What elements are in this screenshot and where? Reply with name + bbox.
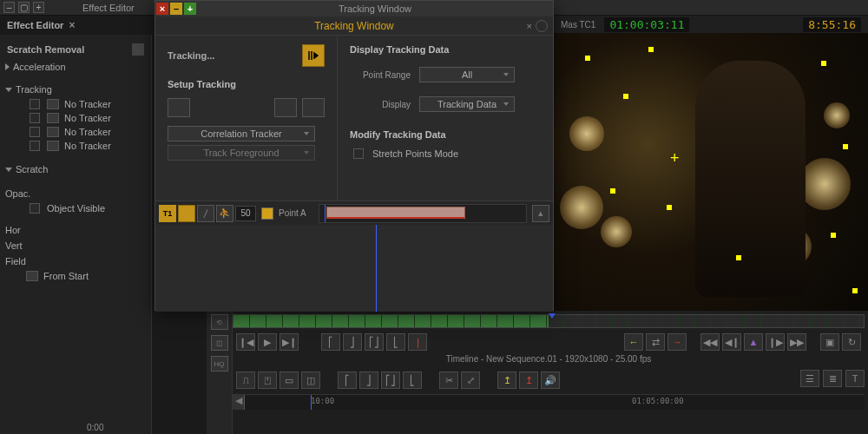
win-minimize-icon[interactable]: –: [3, 2, 15, 13]
mark-in-button[interactable]: ⎡: [338, 372, 357, 389]
tracker-row[interactable]: No Tracker: [0, 97, 151, 111]
effect-editor-tab[interactable]: Effect Editor ×: [7, 19, 75, 31]
tracking-point-icon[interactable]: [843, 144, 848, 149]
tracker-timeline[interactable]: [319, 204, 527, 223]
param-from-start[interactable]: From Start: [0, 269, 151, 283]
playhead-icon[interactable]: [325, 205, 326, 222]
tracking-point-icon[interactable]: [852, 288, 858, 293]
splice-button[interactable]: ◫: [301, 372, 320, 389]
checkbox[interactable]: [353, 148, 364, 159]
param-opac[interactable]: Opac.: [0, 186, 151, 201]
clear-button[interactable]: ⎣: [403, 372, 422, 389]
audio-button[interactable]: 🔊: [541, 372, 560, 389]
tracker-color-swatch[interactable]: [261, 207, 273, 220]
tracking-point-icon[interactable]: [831, 233, 836, 238]
extract-button[interactable]: ⎍: [236, 372, 255, 389]
source-monitor[interactable]: +: [554, 33, 868, 311]
new-tracker-button[interactable]: [168, 98, 190, 117]
param-object-visible[interactable]: Object Visible: [0, 201, 151, 215]
start-tracking-button[interactable]: [302, 44, 325, 67]
tool-button[interactable]: ◫: [211, 335, 228, 351]
tracking-point-icon[interactable]: [585, 56, 590, 61]
toggle-button[interactable]: ⇄: [646, 333, 665, 351]
tracking-point-icon[interactable]: [667, 205, 672, 210]
tracker-enable-button[interactable]: T1: [159, 205, 176, 222]
group-tracking[interactable]: Tracking: [0, 82, 151, 97]
win-restore-icon[interactable]: ▢: [18, 2, 30, 13]
window-minimize-icon[interactable]: –: [170, 3, 182, 15]
playhead-marker-icon[interactable]: [549, 313, 556, 319]
go-next-button[interactable]: →: [667, 333, 687, 351]
frame-fwd-button[interactable]: ❙▶: [766, 333, 785, 351]
checkbox[interactable]: [30, 127, 40, 137]
settings-gear-icon[interactable]: [536, 20, 548, 32]
duration-timecode[interactable]: 8:55:16: [803, 17, 861, 32]
clear-in-button[interactable]: ⎣: [386, 333, 405, 351]
playhead-icon[interactable]: [376, 225, 377, 312]
tracking-data-clip[interactable]: [326, 207, 465, 219]
insert-button[interactable]: ↥: [497, 372, 516, 389]
mark-clip-button[interactable]: ⎡⎦: [365, 333, 384, 351]
tracker-tool-b-button[interactable]: [302, 98, 325, 117]
close-icon[interactable]: ×: [527, 21, 532, 31]
step-fwd-button[interactable]: ▶❙: [279, 333, 299, 351]
track-target-dropdown[interactable]: Track Foreground: [168, 145, 315, 161]
trim-button[interactable]: ⤢: [461, 372, 480, 389]
tracking-point-icon[interactable]: [821, 61, 826, 66]
checkbox[interactable]: [30, 99, 40, 109]
win-close-icon[interactable]: +: [33, 2, 44, 13]
tracker-ref-button[interactable]: [178, 205, 195, 222]
graph-icon[interactable]: 〳: [197, 205, 214, 222]
mark-clip-button[interactable]: ⎡⎦: [381, 372, 400, 389]
clear-marks-button[interactable]: ❘: [408, 333, 427, 351]
group-scratch[interactable]: Scratch: [0, 161, 151, 177]
point-range-dropdown[interactable]: All: [419, 67, 515, 82]
ruler-scroll-left-icon[interactable]: ◀: [233, 395, 245, 410]
frame-back-button[interactable]: ◀❙: [722, 333, 741, 351]
go-prev-button[interactable]: ←: [624, 333, 643, 351]
scroll-up-icon[interactable]: ▴: [532, 205, 549, 222]
play-button[interactable]: ▶: [258, 333, 277, 351]
overwrite-button[interactable]: ▭: [279, 372, 299, 389]
mark-out-button[interactable]: ⎦: [359, 372, 378, 389]
tracking-crosshair-icon[interactable]: +: [670, 149, 680, 168]
render-button[interactable]: ▣: [820, 333, 839, 351]
tracker-row[interactable]: No Tracker: [0, 139, 151, 153]
hq-button[interactable]: HQ: [211, 356, 228, 372]
text-tool-icon[interactable]: T: [845, 370, 865, 387]
tool-button[interactable]: ⟲: [211, 314, 228, 330]
loop-button[interactable]: ↻: [842, 333, 861, 351]
checkbox[interactable]: [30, 141, 40, 151]
window-maximize-icon[interactable]: +: [184, 3, 196, 15]
list-icon[interactable]: ≣: [823, 370, 842, 387]
overwrite-edit-button[interactable]: ↥: [519, 372, 538, 389]
person-icon[interactable]: ⛹: [216, 205, 233, 222]
stretch-points-row[interactable]: Stretch Points Mode: [350, 148, 541, 159]
tracker-tool-a-button[interactable]: [274, 98, 297, 117]
window-close-icon[interactable]: ×: [156, 3, 168, 15]
master-timecode[interactable]: 01:00:03:11: [604, 17, 689, 32]
tracking-point-icon[interactable]: [736, 255, 741, 260]
checkbox[interactable]: [30, 203, 40, 214]
param-vert[interactable]: Vert: [0, 238, 151, 253]
keyframe-button[interactable]: ▲: [744, 333, 763, 351]
tracker-row[interactable]: No Tracker: [0, 125, 151, 139]
lift-button[interactable]: ⍞: [258, 372, 277, 389]
close-icon[interactable]: ×: [69, 19, 75, 31]
timecode-ruler[interactable]: 10:00 01:05:00:00 ◀: [233, 394, 865, 410]
tracking-graph-area[interactable]: [155, 225, 553, 312]
tracker-value-input[interactable]: 50: [235, 206, 256, 221]
add-edit-button[interactable]: ✂: [439, 372, 458, 389]
tracking-point-icon[interactable]: [648, 47, 654, 52]
mark-in-button[interactable]: ⎡: [321, 333, 340, 351]
tracking-point-icon[interactable]: [610, 188, 615, 194]
tracking-point-icon[interactable]: [623, 94, 628, 99]
mark-out-button[interactable]: ⎦: [343, 333, 362, 351]
step-back-button[interactable]: ❙◀: [236, 333, 255, 351]
effect-thumb-icon[interactable]: [132, 43, 144, 56]
param-field[interactable]: Field: [0, 253, 151, 269]
checkbox[interactable]: [30, 113, 40, 123]
param-hor[interactable]: Hor: [0, 222, 151, 238]
playhead-icon[interactable]: [311, 395, 312, 410]
tracking-window-titlebar[interactable]: × – + Tracking Window: [155, 1, 553, 16]
